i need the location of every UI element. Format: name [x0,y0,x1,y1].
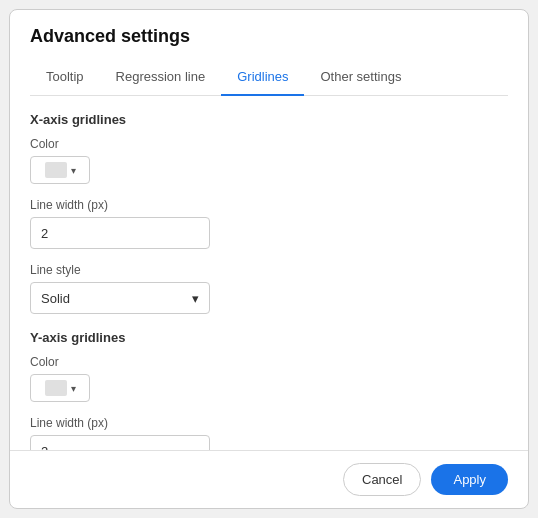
yaxis-section-title: Y-axis gridlines [30,330,508,345]
yaxis-color-swatch [45,380,67,396]
xaxis-section-title: X-axis gridlines [30,112,508,127]
xaxis-color-chevron-icon: ▾ [71,165,76,176]
yaxis-linewidth-label: Line width (px) [30,416,508,430]
tab-gridlines[interactable]: Gridlines [221,59,304,96]
xaxis-color-label: Color [30,137,508,151]
tab-tooltip[interactable]: Tooltip [30,59,100,96]
xaxis-linestyle-group: Line style Solid ▾ [30,263,508,314]
xaxis-linestyle-value: Solid [41,291,70,306]
yaxis-color-group: Color ▾ [30,355,508,402]
tab-regression-line[interactable]: Regression line [100,59,222,96]
dialog-header: Advanced settings Tooltip Regression lin… [10,10,528,96]
xaxis-linewidth-label: Line width (px) [30,198,508,212]
advanced-settings-dialog: Advanced settings Tooltip Regression lin… [9,9,529,509]
dialog-title: Advanced settings [30,26,508,47]
tabs-bar: Tooltip Regression line Gridlines Other … [30,59,508,96]
yaxis-color-chevron-icon: ▾ [71,383,76,394]
yaxis-linewidth-group: Line width (px) [30,416,508,450]
yaxis-linewidth-input[interactable] [30,435,210,450]
dialog-footer: Cancel Apply [10,450,528,508]
xaxis-color-group: Color ▾ [30,137,508,184]
cancel-button[interactable]: Cancel [343,463,421,496]
yaxis-color-label: Color [30,355,508,369]
xaxis-linestyle-dropdown[interactable]: Solid ▾ [30,282,210,314]
yaxis-color-dropdown[interactable]: ▾ [30,374,90,402]
dialog-body: X-axis gridlines Color ▾ Line width (px)… [10,96,528,450]
apply-button[interactable]: Apply [431,464,508,495]
xaxis-linewidth-input[interactable] [30,217,210,249]
xaxis-linewidth-group: Line width (px) [30,198,508,249]
xaxis-linestyle-chevron-icon: ▾ [192,291,199,306]
xaxis-linestyle-label: Line style [30,263,508,277]
xaxis-color-dropdown[interactable]: ▾ [30,156,90,184]
tab-other-settings[interactable]: Other settings [304,59,417,96]
xaxis-color-swatch [45,162,67,178]
